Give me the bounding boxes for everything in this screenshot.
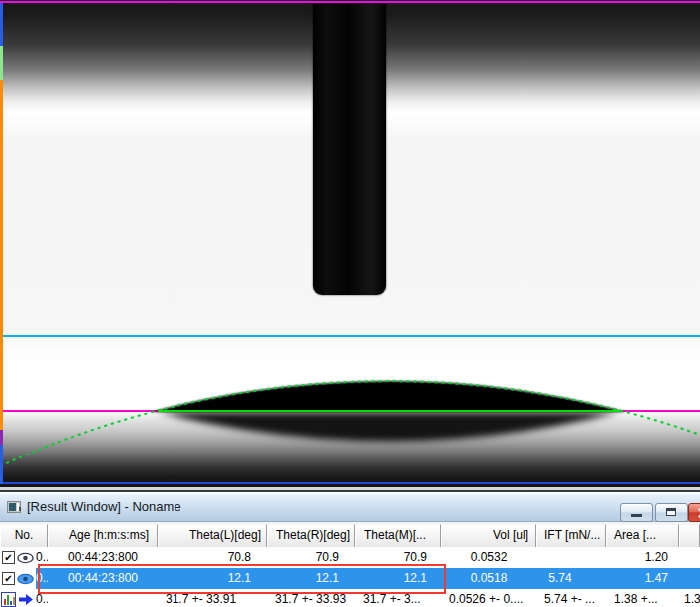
edge-marker-green [0,46,3,80]
column-header-theta-m[interactable]: Theta(M)[... [355,524,441,547]
cell-extra: 1.3 [679,589,700,607]
edge-marker-blue-lower [0,445,3,484]
drop-analysis-overlay [0,0,700,484]
edge-marker-orange [0,80,3,430]
current-row-arrow-icon [18,593,34,606]
cell-ift: 5.74 [536,568,606,589]
cell-ift [536,547,606,568]
cell-theta-m: 31.7 +- 3... [355,589,441,607]
minimize-icon [631,514,642,517]
cell-age: 00:44:23:800 [48,547,158,568]
droplet-reflection [158,412,620,441]
cell-theta-r: 31.7 +- 33.93 [267,589,355,607]
baseline-green [158,410,620,412]
cell-ift: 5.74 +- ... [536,589,606,607]
column-header-ift[interactable]: IFT [mN/... [536,524,606,547]
eye-icon[interactable] [17,573,34,585]
table-row-1[interactable]: ✔ 0... 00:44:23:800 70.8 70.9 70.9 0.053… [0,547,700,568]
cell-area: 1.20 [606,547,679,568]
cell-theta-m: 70.9 [355,547,441,568]
cell-extra [679,568,700,589]
eye-icon[interactable] [17,552,34,564]
cell-vol: 0.0518 [441,568,536,589]
restore-button[interactable] [655,503,688,522]
column-header-extra[interactable] [679,524,700,547]
column-header-age[interactable]: Age [h:m:s:ms] [48,524,158,547]
row-gutter: ✔ 0... [0,568,48,589]
cell-vol: 0.0526 +- 0.... [441,589,536,607]
cell-age: 00:44:23:800 [48,568,158,589]
checkbox-checked-icon[interactable]: ✔ [2,572,15,585]
cell-theta-l: 70.8 [158,547,267,568]
cell-area: 1.38 +... [606,589,679,607]
titlebar[interactable]: [Result Window] - Noname [0,494,700,522]
close-button[interactable] [688,503,700,522]
column-header-vol[interactable]: Vol [ul] [441,524,536,547]
row-gutter: 0... [0,589,48,607]
table-row-2-selected[interactable]: ✔ 0... 00:44:23:800 12.1 12.1 12.1 0.051… [0,568,700,589]
run-number: 0... [36,568,48,589]
window-title: [Result Window] - Noname [27,499,181,514]
table-header: No. Age [h:m:s:ms] Theta(L)[deg] Theta(R… [0,524,700,548]
restore-icon [666,508,676,516]
cell-theta-r: 12.1 [267,568,355,589]
statistics-chart-icon[interactable] [1,592,16,607]
table-row-3-statistics[interactable]: 0... 31.7 +- 33.91 31.7 +- 33.93 31.7 +-… [0,589,700,607]
run-number: 0... [36,589,48,607]
result-window: [Result Window] - Noname No. Age [h:m:s:… [0,490,700,607]
column-header-theta-r[interactable]: Theta(R)[deg] [267,524,355,547]
row-gutter: ✔ 0... [0,547,48,568]
cell-theta-m: 12.1 [355,568,441,589]
top-line-magenta[interactable] [0,1,700,3]
cell-area: 1.47 [606,568,679,589]
edge-marker-purple [0,430,3,445]
column-header-theta-l[interactable]: Theta(L)[deg] [158,524,267,547]
app-root: { "window": { "title": "[Result Window] … [0,0,700,607]
cell-theta-l: 31.7 +- 33.91 [158,589,267,607]
cell-theta-r: 70.9 [267,547,355,568]
edge-marker-blue [0,3,3,46]
cell-extra [679,547,700,568]
table-body: ✔ 0... 00:44:23:800 70.8 70.9 70.9 0.053… [0,547,700,607]
column-header-no[interactable]: No. [0,524,48,547]
cell-theta-l: 12.1 [158,568,267,589]
window-icon [7,501,21,513]
column-header-area[interactable]: Area [... [606,524,679,547]
camera-view[interactable] [0,0,700,484]
cell-age [48,589,158,607]
cell-vol: 0.0532 [441,547,536,568]
run-number: 0... [36,547,48,568]
checkbox-checked-icon[interactable]: ✔ [2,551,15,564]
minimize-button[interactable] [620,503,653,522]
